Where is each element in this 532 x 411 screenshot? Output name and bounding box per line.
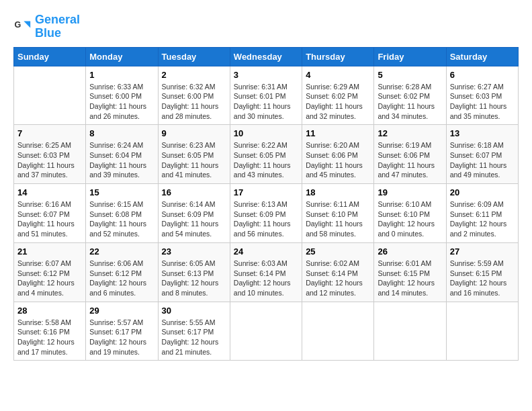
day-number: 16 xyxy=(162,187,226,197)
column-header-friday: Friday xyxy=(374,47,446,66)
calendar-cell: 9Sunrise: 6:23 AM Sunset: 6:05 PM Daylig… xyxy=(158,125,230,184)
day-info: Sunrise: 6:11 AM Sunset: 6:10 PM Dayligh… xyxy=(306,199,370,239)
day-info: Sunrise: 6:02 AM Sunset: 6:14 PM Dayligh… xyxy=(306,259,370,298)
day-number: 20 xyxy=(450,187,515,197)
calendar-cell: 27Sunrise: 5:59 AM Sunset: 6:15 PM Dayli… xyxy=(446,242,518,302)
svg-text:G: G xyxy=(14,20,21,30)
day-info: Sunrise: 5:55 AM Sunset: 6:17 PM Dayligh… xyxy=(162,318,226,357)
calendar-cell: 22Sunrise: 6:06 AM Sunset: 6:12 PM Dayli… xyxy=(86,242,158,302)
calendar-cell: 12Sunrise: 6:19 AM Sunset: 6:06 PM Dayli… xyxy=(374,125,446,184)
calendar-cell: 10Sunrise: 6:22 AM Sunset: 6:05 PM Dayli… xyxy=(230,125,302,184)
day-number: 14 xyxy=(17,187,82,197)
calendar-cell: 4Sunrise: 6:29 AM Sunset: 6:02 PM Daylig… xyxy=(302,66,374,125)
day-info: Sunrise: 6:28 AM Sunset: 6:02 PM Dayligh… xyxy=(378,82,442,122)
calendar-cell: 8Sunrise: 6:24 AM Sunset: 6:04 PM Daylig… xyxy=(86,125,158,184)
column-header-tuesday: Tuesday xyxy=(158,47,230,66)
calendar-cell: 17Sunrise: 6:13 AM Sunset: 6:09 PM Dayli… xyxy=(230,184,302,243)
calendar-week-1: 1Sunrise: 6:33 AM Sunset: 6:00 PM Daylig… xyxy=(14,66,519,125)
day-info: Sunrise: 6:33 AM Sunset: 6:00 PM Dayligh… xyxy=(89,82,154,122)
calendar-cell: 15Sunrise: 6:15 AM Sunset: 6:08 PM Dayli… xyxy=(86,184,158,243)
day-number: 21 xyxy=(17,246,82,257)
day-info: Sunrise: 6:20 AM Sunset: 6:06 PM Dayligh… xyxy=(306,140,370,180)
day-info: Sunrise: 6:16 AM Sunset: 6:07 PM Dayligh… xyxy=(17,199,82,239)
calendar-cell: 18Sunrise: 6:11 AM Sunset: 6:10 PM Dayli… xyxy=(302,184,374,243)
calendar-cell: 20Sunrise: 6:09 AM Sunset: 6:11 PM Dayli… xyxy=(446,184,518,243)
day-info: Sunrise: 5:58 AM Sunset: 6:16 PM Dayligh… xyxy=(17,318,82,357)
day-info: Sunrise: 6:24 AM Sunset: 6:04 PM Dayligh… xyxy=(89,140,154,180)
day-number: 25 xyxy=(306,246,370,257)
day-info: Sunrise: 6:06 AM Sunset: 6:12 PM Dayligh… xyxy=(89,259,154,298)
calendar-cell xyxy=(374,302,446,361)
day-number: 11 xyxy=(306,128,370,138)
calendar-cell: 2Sunrise: 6:32 AM Sunset: 6:00 PM Daylig… xyxy=(158,66,230,125)
calendar-week-2: 7Sunrise: 6:25 AM Sunset: 6:03 PM Daylig… xyxy=(14,125,519,184)
day-info: Sunrise: 6:27 AM Sunset: 6:03 PM Dayligh… xyxy=(450,82,515,122)
day-number: 24 xyxy=(234,246,298,257)
day-info: Sunrise: 6:25 AM Sunset: 6:03 PM Dayligh… xyxy=(17,140,82,180)
day-number: 19 xyxy=(378,187,442,197)
calendar-cell xyxy=(446,302,518,361)
day-number: 9 xyxy=(162,128,226,138)
calendar-cell: 29Sunrise: 5:57 AM Sunset: 6:17 PM Dayli… xyxy=(86,302,158,361)
day-info: Sunrise: 6:18 AM Sunset: 6:07 PM Dayligh… xyxy=(450,140,515,180)
day-info: Sunrise: 6:01 AM Sunset: 6:15 PM Dayligh… xyxy=(378,259,442,298)
day-info: Sunrise: 6:23 AM Sunset: 6:05 PM Dayligh… xyxy=(162,140,226,180)
day-number: 10 xyxy=(234,128,298,138)
page-header: G GeneralBlue xyxy=(13,13,519,40)
day-info: Sunrise: 6:32 AM Sunset: 6:00 PM Dayligh… xyxy=(162,82,226,122)
column-header-saturday: Saturday xyxy=(446,47,518,66)
day-number: 28 xyxy=(17,306,82,316)
day-info: Sunrise: 6:10 AM Sunset: 6:10 PM Dayligh… xyxy=(378,199,442,239)
calendar-cell: 3Sunrise: 6:31 AM Sunset: 6:01 PM Daylig… xyxy=(230,66,302,125)
logo: G GeneralBlue xyxy=(13,13,80,40)
logo-icon: G xyxy=(13,17,32,36)
calendar-cell: 1Sunrise: 6:33 AM Sunset: 6:00 PM Daylig… xyxy=(86,66,158,125)
calendar-cell: 21Sunrise: 6:07 AM Sunset: 6:12 PM Dayli… xyxy=(14,242,86,302)
calendar-cell: 5Sunrise: 6:28 AM Sunset: 6:02 PM Daylig… xyxy=(374,66,446,125)
day-number: 6 xyxy=(450,70,515,80)
calendar-table: SundayMondayTuesdayWednesdayThursdayFrid… xyxy=(13,47,519,361)
day-number: 23 xyxy=(162,246,226,257)
calendar-cell: 30Sunrise: 5:55 AM Sunset: 6:17 PM Dayli… xyxy=(158,302,230,361)
day-number: 8 xyxy=(89,128,154,138)
calendar-cell: 14Sunrise: 6:16 AM Sunset: 6:07 PM Dayli… xyxy=(14,184,86,243)
calendar-cell xyxy=(14,66,86,125)
day-number: 26 xyxy=(378,246,442,257)
day-info: Sunrise: 6:19 AM Sunset: 6:06 PM Dayligh… xyxy=(378,140,442,180)
calendar-week-5: 28Sunrise: 5:58 AM Sunset: 6:16 PM Dayli… xyxy=(14,302,519,361)
column-header-monday: Monday xyxy=(86,47,158,66)
calendar-cell: 6Sunrise: 6:27 AM Sunset: 6:03 PM Daylig… xyxy=(446,66,518,125)
day-number: 5 xyxy=(378,70,442,80)
calendar-cell: 16Sunrise: 6:14 AM Sunset: 6:09 PM Dayli… xyxy=(158,184,230,243)
calendar-cell: 24Sunrise: 6:03 AM Sunset: 6:14 PM Dayli… xyxy=(230,242,302,302)
day-number: 1 xyxy=(89,70,154,80)
column-header-sunday: Sunday xyxy=(14,47,86,66)
day-info: Sunrise: 6:13 AM Sunset: 6:09 PM Dayligh… xyxy=(234,199,298,239)
day-info: Sunrise: 6:31 AM Sunset: 6:01 PM Dayligh… xyxy=(234,82,298,122)
day-number: 18 xyxy=(306,187,370,197)
calendar-cell: 19Sunrise: 6:10 AM Sunset: 6:10 PM Dayli… xyxy=(374,184,446,243)
calendar-header-row: SundayMondayTuesdayWednesdayThursdayFrid… xyxy=(14,47,519,66)
day-number: 22 xyxy=(89,246,154,257)
day-number: 29 xyxy=(89,306,154,316)
calendar-week-3: 14Sunrise: 6:16 AM Sunset: 6:07 PM Dayli… xyxy=(14,184,519,243)
day-number: 30 xyxy=(162,306,226,316)
calendar-cell: 25Sunrise: 6:02 AM Sunset: 6:14 PM Dayli… xyxy=(302,242,374,302)
calendar-cell xyxy=(230,302,302,361)
day-info: Sunrise: 6:03 AM Sunset: 6:14 PM Dayligh… xyxy=(234,259,298,298)
day-info: Sunrise: 5:57 AM Sunset: 6:17 PM Dayligh… xyxy=(89,318,154,357)
day-info: Sunrise: 6:15 AM Sunset: 6:08 PM Dayligh… xyxy=(89,199,154,239)
day-number: 13 xyxy=(450,128,515,138)
day-info: Sunrise: 5:59 AM Sunset: 6:15 PM Dayligh… xyxy=(450,259,515,298)
day-number: 7 xyxy=(17,128,82,138)
day-info: Sunrise: 6:09 AM Sunset: 6:11 PM Dayligh… xyxy=(450,199,515,239)
calendar-cell: 26Sunrise: 6:01 AM Sunset: 6:15 PM Dayli… xyxy=(374,242,446,302)
day-info: Sunrise: 6:07 AM Sunset: 6:12 PM Dayligh… xyxy=(17,259,82,298)
day-number: 27 xyxy=(450,246,515,257)
day-info: Sunrise: 6:05 AM Sunset: 6:13 PM Dayligh… xyxy=(162,259,226,298)
day-number: 3 xyxy=(234,70,298,80)
day-number: 17 xyxy=(234,187,298,197)
day-info: Sunrise: 6:14 AM Sunset: 6:09 PM Dayligh… xyxy=(162,199,226,239)
day-info: Sunrise: 6:29 AM Sunset: 6:02 PM Dayligh… xyxy=(306,82,370,122)
calendar-cell: 23Sunrise: 6:05 AM Sunset: 6:13 PM Dayli… xyxy=(158,242,230,302)
